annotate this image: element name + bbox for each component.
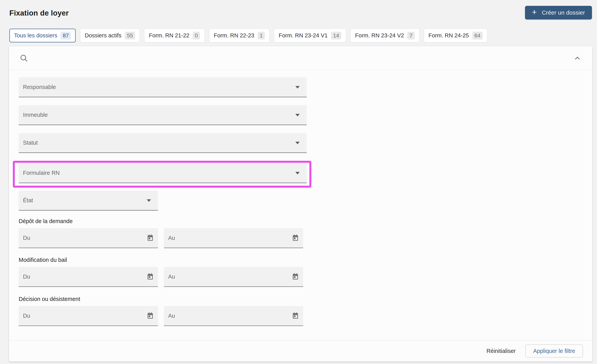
tab-label: Form. RN 21-22 <box>149 32 189 39</box>
create-dossier-label: Créer un dossier <box>542 9 585 16</box>
create-dossier-button[interactable]: + Créer un dossier <box>525 6 592 19</box>
date-range-decision-desistement: Du Au <box>19 306 592 326</box>
highlight-box: Formulaire RN <box>13 161 311 188</box>
chevron-down-icon <box>147 199 151 202</box>
search-input[interactable] <box>33 52 573 64</box>
date-from-field[interactable]: Du <box>19 267 158 287</box>
tab-label: Dossiers actifs <box>85 32 122 39</box>
chevron-down-icon <box>295 142 300 144</box>
section-title-modification-bail: Modification du bail <box>19 256 592 263</box>
date-field-label: Au <box>168 313 175 319</box>
search-bar <box>9 46 592 70</box>
date-field-label: Au <box>168 235 175 241</box>
reset-button[interactable]: Réinitialiser <box>487 348 516 354</box>
date-field-label: Au <box>168 274 175 280</box>
tab-form-rn-21-22[interactable]: Form. RN 21-22 0 <box>144 29 204 42</box>
dropdown-label: Immeuble <box>23 112 48 118</box>
tab-tous-les-dossiers[interactable]: Tous les dossiers 87 <box>9 29 76 42</box>
tab-count-badge: 7 <box>407 32 415 40</box>
tab-form-rn-22-23[interactable]: Form. RN 22-23 1 <box>209 29 269 42</box>
tab-count-badge: 87 <box>61 32 71 40</box>
plus-icon: + <box>532 8 537 16</box>
calendar-icon <box>291 273 299 280</box>
date-to-field[interactable]: Au <box>164 306 303 326</box>
section-title-decision-desistement: Décision ou désistement <box>19 295 592 302</box>
filter-panel: Responsable Immeuble Statut Formulaire R… <box>9 46 592 362</box>
tab-count-badge: 14 <box>331 32 341 40</box>
dropdown-label: Statut <box>23 140 38 146</box>
dropdown-responsable[interactable]: Responsable <box>19 77 307 97</box>
page-title: Fixation de loyer <box>9 9 69 17</box>
date-range-depot-demande: Du Au <box>19 228 592 248</box>
search-icon <box>19 54 28 63</box>
tab-form-rn-24-25[interactable]: Form. RN 24-25 64 <box>424 29 487 42</box>
calendar-icon <box>291 312 299 320</box>
tab-count-badge: 0 <box>193 32 200 40</box>
filter-footer: Réinitialiser Appliquer le filtre <box>9 340 592 362</box>
tab-dossiers-actifs[interactable]: Dossiers actifs 55 <box>80 29 140 42</box>
calendar-icon <box>291 234 299 242</box>
chevron-down-icon <box>295 114 300 116</box>
tab-count-badge: 1 <box>258 32 265 40</box>
filter-form: Responsable Immeuble Statut Formulaire R… <box>9 70 592 340</box>
collapse-panel-button[interactable] <box>573 54 581 62</box>
calendar-icon <box>146 312 154 320</box>
tab-label: Tous les dossiers <box>14 32 57 39</box>
tab-count-badge: 64 <box>472 32 483 40</box>
tab-form-rn-23-24-v2[interactable]: Form. RN 23-24 V2 7 <box>350 29 419 42</box>
date-range-modification-bail: Du Au <box>19 267 592 287</box>
apply-filter-button[interactable]: Appliquer le filtre <box>525 344 583 357</box>
calendar-icon <box>146 234 154 242</box>
tab-form-rn-23-24-v1[interactable]: Form. RN 23-24 V1 14 <box>274 29 346 42</box>
dropdown-label: Responsable <box>23 84 56 90</box>
chevron-up-icon <box>573 54 581 62</box>
dropdown-label: État <box>23 197 33 204</box>
page-header: Fixation de loyer + Créer un dossier <box>0 0 597 19</box>
filter-tabs: Tous les dossiers 87 Dossiers actifs 55 … <box>9 29 597 42</box>
section-title-depot-demande: Dépôt de la demande <box>19 218 592 225</box>
dropdown-statut[interactable]: Statut <box>19 133 307 153</box>
calendar-icon <box>146 273 154 280</box>
date-field-label: Du <box>23 313 30 319</box>
tab-count-badge: 55 <box>125 32 135 40</box>
dropdown-formulaire-rn[interactable]: Formulaire RN <box>19 163 307 183</box>
tab-label: Form. RN 22-23 <box>214 32 254 39</box>
date-from-field[interactable]: Du <box>19 306 158 326</box>
dropdown-immeuble[interactable]: Immeuble <box>19 105 307 125</box>
chevron-down-icon <box>295 172 300 174</box>
dropdown-etat[interactable]: État <box>19 190 158 211</box>
date-field-label: Du <box>23 235 30 241</box>
date-field-label: Du <box>23 274 30 280</box>
date-to-field[interactable]: Au <box>164 267 303 287</box>
tab-label: Form. RN 23-24 V2 <box>355 32 404 39</box>
date-to-field[interactable]: Au <box>164 228 303 248</box>
date-from-field[interactable]: Du <box>19 228 158 248</box>
tab-label: Form. RN 23-24 V1 <box>279 32 328 39</box>
tab-label: Form. RN 24-25 <box>428 32 469 39</box>
chevron-down-icon <box>295 86 300 88</box>
dropdown-label: Formulaire RN <box>23 170 60 176</box>
